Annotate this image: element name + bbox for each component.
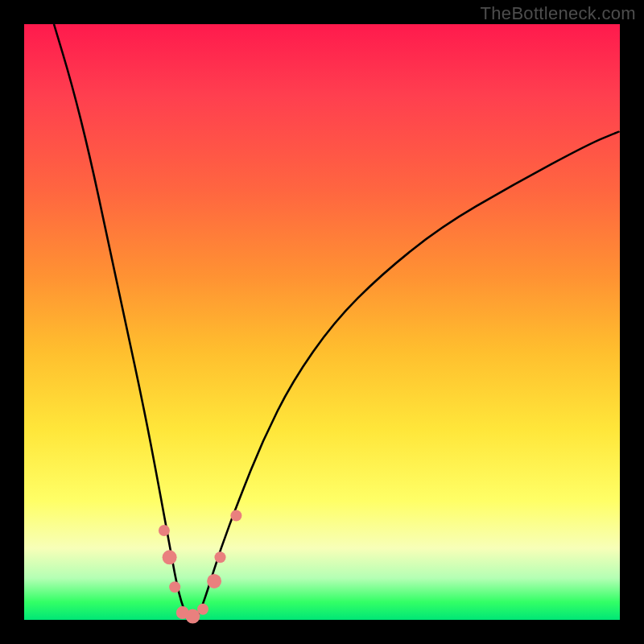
chart-marker [169,581,180,592]
chart-marker [197,604,208,615]
chart-marker [230,510,242,522]
chart-marker [215,551,226,563]
chart-marker [159,525,170,536]
chart-frame: TheBottleneck.com [0,0,644,644]
chart-marker [163,550,177,564]
chart-marker [207,574,221,588]
chart-svg [24,24,620,620]
bottleneck-curve [54,24,620,620]
chart-plot-area [24,24,620,620]
watermark-text: TheBottleneck.com [481,3,636,24]
